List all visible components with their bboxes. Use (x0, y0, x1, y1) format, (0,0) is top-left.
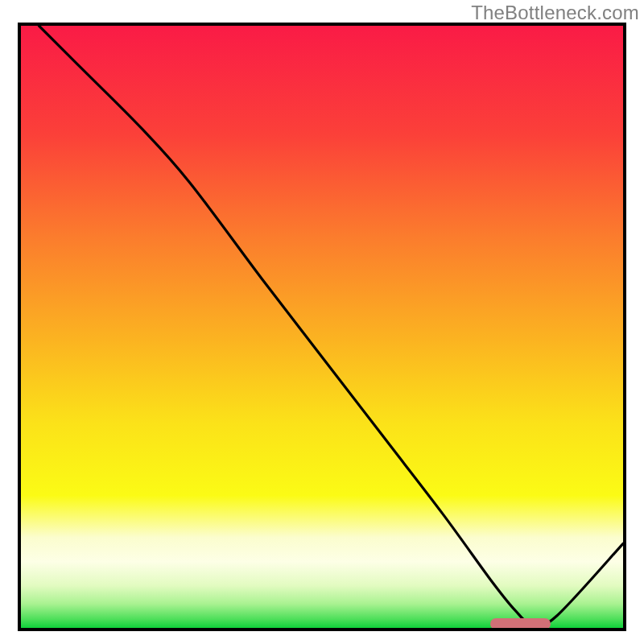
bottleneck-curve (21, 26, 623, 628)
trough-marker (490, 618, 551, 630)
plot-frame (18, 23, 626, 631)
watermark-text: TheBottleneck.com (471, 2, 639, 24)
chart-container: TheBottleneck.com (0, 0, 644, 644)
